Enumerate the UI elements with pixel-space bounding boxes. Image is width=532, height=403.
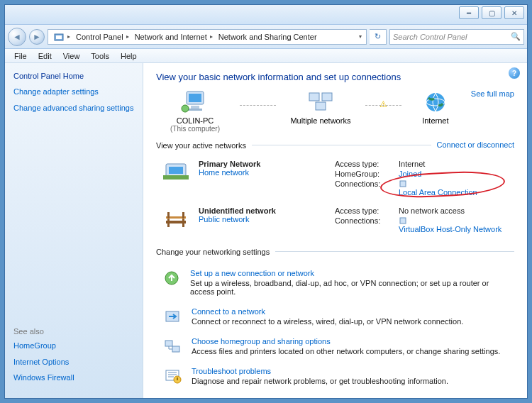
svg-rect-19 — [182, 219, 184, 227]
network-name: Primary Network — [199, 160, 326, 168]
globe-icon — [407, 89, 464, 115]
svg-rect-9 — [316, 102, 326, 110]
see-full-map-link[interactable]: See full map — [471, 89, 514, 98]
main-panel: ? View your basic network information an… — [143, 63, 527, 398]
network-type-link[interactable]: Home network — [199, 168, 249, 177]
network-details: Access type:No network accessConnections… — [335, 206, 514, 233]
breadcrumb[interactable]: ▸ Control Panel▸ Network and Internet▸ N… — [48, 29, 367, 45]
sidebar-link-adapter[interactable]: Change adapter settings — [13, 87, 134, 97]
svg-rect-14 — [163, 175, 189, 180]
svg-point-6 — [182, 105, 189, 112]
map-line-warn — [365, 105, 401, 106]
network-detail-link[interactable]: Joined — [399, 170, 514, 178]
svg-rect-15 — [400, 181, 406, 187]
network-details: Access type:InternetHomeGroup:JoinedConn… — [335, 160, 514, 197]
network-name: Unidentified network — [199, 206, 326, 215]
menu-tools[interactable]: Tools — [86, 51, 114, 61]
network-type-icon — [162, 160, 190, 184]
seealso-internet-options[interactable]: Internet Options — [13, 358, 134, 368]
menu-help[interactable]: Help — [116, 51, 142, 61]
menu-file[interactable]: File — [9, 51, 32, 61]
network-detail-label: Connections: — [335, 216, 394, 233]
minimize-button[interactable]: ━ — [459, 6, 479, 19]
close-button[interactable]: ✕ — [504, 6, 524, 19]
address-bar: ◄ ► ▸ Control Panel▸ Network and Interne… — [5, 25, 527, 49]
node-pc: COLIN-PC (This computer) — [156, 89, 234, 133]
network-detail-value: No network access — [399, 206, 514, 215]
task-title-link[interactable]: Connect to a network — [192, 307, 265, 316]
map-line — [240, 105, 276, 106]
svg-rect-25 — [165, 341, 172, 346]
task-title-link[interactable]: Set up a new connection or network — [190, 269, 314, 277]
task-desc: Set up a wireless, broadband, dial-up, a… — [190, 279, 514, 296]
network-detail-link[interactable]: VirtualBox Host-Only Network — [399, 216, 514, 233]
node-pc-sub: (This computer) — [156, 125, 234, 133]
svg-rect-26 — [172, 346, 179, 352]
seealso-label: See also — [13, 327, 134, 336]
refresh-button[interactable]: ↻ — [370, 29, 387, 45]
titlebar: ━ ▢ ✕ — [5, 5, 527, 25]
sidebar-link-sharing[interactable]: Change advanced sharing settings — [13, 104, 134, 114]
back-button[interactable]: ◄ — [8, 28, 26, 46]
svg-rect-18 — [167, 219, 170, 227]
network-icon — [282, 89, 360, 115]
task-icon — [162, 269, 182, 287]
network-detail-label: HomeGroup: — [335, 170, 394, 178]
body: Control Panel Home Change adapter settin… — [5, 63, 527, 398]
task-desc: Diagnose and repair network problems, or… — [192, 377, 448, 385]
sidebar-home[interactable]: Control Panel Home — [13, 72, 134, 80]
window: ━ ▢ ✕ ◄ ► ▸ Control Panel▸ Network and I… — [4, 4, 528, 399]
search-input[interactable]: Search Control Panel 🔍 — [389, 29, 524, 45]
node-internet-label: Internet — [407, 116, 464, 125]
breadcrumb-label: Control Panel — [76, 33, 123, 41]
page-title: View your basic network information and … — [156, 72, 514, 82]
maximize-button[interactable]: ▢ — [482, 6, 501, 19]
breadcrumb-seg-1[interactable]: Network and Internet▸ — [131, 30, 215, 44]
seealso-homegroup[interactable]: HomeGroup — [13, 341, 134, 351]
network-block: Unidentified network Public network Acce… — [156, 204, 514, 241]
connect-disconnect-link[interactable]: Connect or disconnect — [437, 140, 514, 149]
network-detail-link[interactable]: Local Area Connection — [399, 180, 514, 197]
task-item: Choose homegroup and sharing options Acc… — [156, 331, 514, 361]
breadcrumb-label: Network and Internet — [135, 33, 207, 41]
task-icon — [162, 367, 183, 385]
active-networks-label: View your active networks — [156, 141, 246, 150]
task-item: Troubleshoot problems Diagnose and repai… — [156, 361, 514, 391]
forward-button[interactable]: ► — [29, 29, 45, 45]
svg-rect-3 — [189, 94, 201, 102]
node-internet: Internet — [407, 89, 464, 125]
change-settings-label: Change your networking settings — [156, 248, 270, 256]
task-title-link[interactable]: Troubleshoot problems — [192, 367, 271, 375]
task-title-link[interactable]: Choose homegroup and sharing options — [192, 337, 331, 346]
menubar: File Edit View Tools Help — [5, 49, 527, 63]
network-type-link[interactable]: Public network — [199, 215, 250, 223]
breadcrumb-root-icon[interactable]: ▸ — [50, 30, 72, 44]
sidebar: Control Panel Home Change adapter settin… — [5, 63, 143, 398]
seealso-firewall[interactable]: Windows Firewall — [13, 373, 134, 383]
search-icon: 🔍 — [511, 32, 521, 41]
breadcrumb-seg-2[interactable]: Network and Sharing Center — [215, 30, 319, 44]
network-map: COLIN-PC (This computer) Multiple networ… — [156, 89, 514, 133]
network-detail-label: Access type: — [335, 206, 394, 215]
svg-rect-7 — [309, 93, 319, 101]
svg-rect-1 — [56, 35, 62, 39]
breadcrumb-dropdown[interactable]: ▾ — [356, 33, 365, 40]
network-type-icon — [162, 206, 190, 231]
task-desc: Connect or reconnect to a wireless, wire… — [192, 317, 463, 326]
task-icon — [162, 337, 183, 355]
network-detail-value: Internet — [399, 160, 514, 168]
task-item: Connect to a network Connect or reconnec… — [156, 302, 514, 331]
menu-view[interactable]: View — [58, 51, 85, 61]
svg-rect-8 — [322, 93, 332, 101]
breadcrumb-seg-0[interactable]: Control Panel▸ — [72, 30, 131, 44]
svg-rect-21 — [182, 212, 184, 218]
task-icon — [162, 307, 183, 326]
help-icon[interactable]: ? — [509, 67, 520, 79]
network-detail-label: Connections: — [335, 180, 394, 197]
network-block: Primary Network Home network Access type… — [156, 157, 514, 204]
menu-edit[interactable]: Edit — [33, 51, 57, 61]
network-detail-label: Access type: — [335, 160, 394, 168]
breadcrumb-label: Network and Sharing Center — [218, 33, 317, 41]
node-multi: Multiple networks — [282, 89, 360, 125]
svg-rect-13 — [169, 167, 183, 174]
